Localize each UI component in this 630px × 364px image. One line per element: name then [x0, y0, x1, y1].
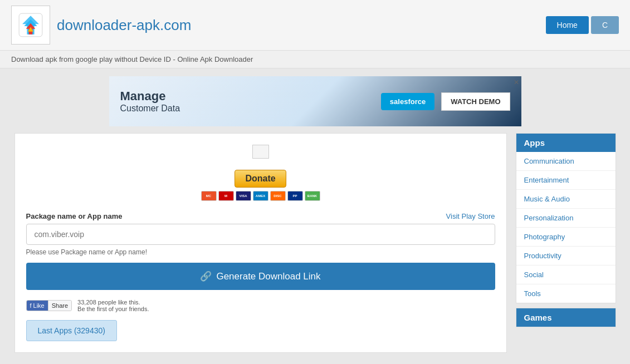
- watch-demo-button[interactable]: WATCH DEMO: [441, 92, 510, 111]
- donate-section: Donate MC M VISA AMEX DISC PP BANK: [26, 170, 495, 201]
- visa-icon: VISA: [236, 191, 251, 201]
- sidebar-item-tools[interactable]: Tools: [516, 284, 616, 303]
- form-label-row: Package name or App name Visit Play Stor…: [26, 212, 495, 220]
- games-header: Games: [516, 308, 616, 327]
- payment-icons: MC M VISA AMEX DISC PP BANK: [26, 191, 495, 201]
- logo-icon: [11, 6, 50, 45]
- ad-line2: Customer Data: [120, 104, 180, 114]
- package-input[interactable]: [26, 224, 495, 245]
- logo-area: downloader-apk.com: [11, 6, 191, 45]
- logo-svg: [17, 11, 45, 39]
- donate-button[interactable]: Donate: [235, 170, 286, 188]
- hint-text: Please use Package name or App name!: [26, 248, 495, 256]
- sidebar-item-communication[interactable]: Communication: [516, 152, 616, 171]
- sidebar-item-entertainment[interactable]: Entertainment: [516, 171, 616, 190]
- games-section: Games: [516, 308, 616, 327]
- sidebar-item-photography[interactable]: Photography: [516, 228, 616, 247]
- home-button[interactable]: Home: [546, 16, 589, 34]
- fb-like-label: Like: [33, 302, 45, 309]
- second-nav-button[interactable]: C: [591, 16, 619, 34]
- ad-banner: Manage Customer Data salesforce WATCH DE…: [109, 76, 521, 126]
- generate-button[interactable]: 🔗 Generate Download Link: [26, 263, 495, 290]
- package-label: Package name or App name: [26, 212, 123, 220]
- header: downloader-apk.com Home C: [0, 0, 630, 51]
- sidebar-item-productivity[interactable]: Productivity: [516, 247, 616, 265]
- sidebar-item-social[interactable]: Social: [516, 265, 616, 284]
- discover-icon: DISC: [270, 191, 286, 201]
- paypal-icon: PP: [287, 191, 303, 201]
- amex-icon: AMEX: [253, 191, 268, 201]
- mastercard-icon: MC: [201, 191, 217, 201]
- ad-close-icon[interactable]: ✕: [514, 78, 519, 86]
- main-content: Donate MC M VISA AMEX DISC PP BANK Packa…: [9, 133, 622, 353]
- sidebar-item-personalization[interactable]: Personalization: [516, 209, 616, 228]
- fb-count-sub: Be the first of your friends.: [77, 306, 149, 312]
- site-title[interactable]: downloader-apk.com: [57, 17, 191, 34]
- fb-count: 33,208 people like this.: [77, 299, 149, 306]
- subtitle-bar: Download apk from google play without De…: [0, 51, 630, 68]
- ad-line1: Manage: [120, 89, 180, 104]
- sidebar: Apps Communication Entertainment Music &…: [516, 133, 616, 332]
- ad-right: salesforce WATCH DEMO: [381, 92, 510, 111]
- apps-header: Apps: [516, 134, 616, 152]
- fb-area: f Like Share 33,208 people like this. Be…: [26, 299, 495, 312]
- fb-count-area: 33,208 people like this. Be the first of…: [77, 299, 149, 312]
- subtitle-text: Download apk from google play without De…: [11, 55, 253, 63]
- fb-like-button[interactable]: f Like Share: [26, 300, 72, 311]
- ad-left: Manage Customer Data: [120, 89, 180, 114]
- fb-icon: f: [30, 302, 32, 309]
- apps-section: Apps Communication Entertainment Music &…: [516, 133, 616, 303]
- sidebar-item-music-audio[interactable]: Music & Audio: [516, 190, 616, 209]
- last-apps-button[interactable]: Last Apps (329430): [26, 320, 117, 341]
- bank-icon: BANK: [305, 191, 320, 201]
- nav-buttons: Home C: [546, 16, 619, 34]
- link-icon: 🔗: [200, 270, 212, 282]
- center-panel: Donate MC M VISA AMEX DISC PP BANK Packa…: [14, 133, 507, 353]
- maestro-icon: M: [218, 191, 234, 201]
- app-image-placeholder: [252, 145, 269, 159]
- generate-label: Generate Download Link: [216, 271, 320, 282]
- fb-share-inner: Share: [48, 301, 71, 311]
- ad-salesforce: salesforce: [381, 93, 434, 110]
- visit-play-store-link[interactable]: Visit Play Store: [446, 212, 495, 220]
- fb-like-inner: f Like: [27, 301, 48, 311]
